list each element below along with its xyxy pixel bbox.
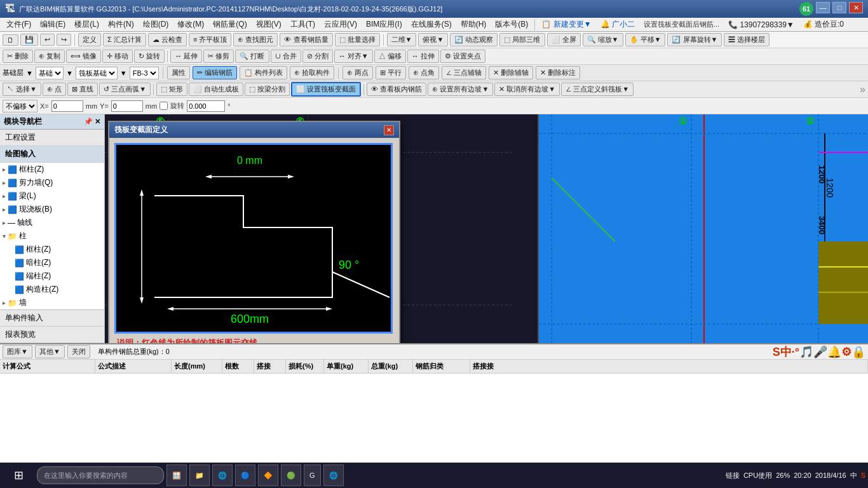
btn-component-list[interactable]: 📋 构件列表 — [240, 66, 287, 79]
btn-merge[interactable]: ∪ 合并 — [271, 50, 301, 63]
menu-version[interactable]: 版本号(B) — [491, 18, 532, 31]
taskbar-app-8[interactable]: 🌐 — [323, 464, 344, 486]
btn-split-beam[interactable]: ⬚ 按梁分割 — [245, 83, 290, 96]
btn-new[interactable]: 🗋 — [3, 34, 18, 46]
rotate-input[interactable] — [187, 100, 225, 112]
btn-close-panel[interactable]: 关闭 — [67, 345, 90, 358]
btn-cloud-check[interactable]: ☁ 云检查 — [148, 33, 187, 46]
btn-library[interactable]: 图库▼ — [3, 345, 32, 358]
btn-two-point[interactable]: ⊕ 两点 — [342, 66, 373, 79]
btn-del-aux[interactable]: ✕ 删除辅轴 — [489, 66, 533, 79]
tree-hidden-col[interactable]: 🟦暗柱(Z) — [0, 256, 104, 269]
btn-line-draw[interactable]: ⊠ 直线 — [67, 83, 98, 96]
btn-batch-select[interactable]: ⬚ 批量选择 — [335, 33, 380, 46]
menu-bim[interactable]: BIM应用(I) — [362, 18, 406, 31]
sidebar-section-project[interactable]: 工程设置 — [0, 130, 104, 146]
btn-point-angle[interactable]: ⊕ 点角 — [409, 66, 439, 79]
taskbar-app-2[interactable]: 📁 — [189, 464, 210, 486]
maximize-btn[interactable]: □ — [832, 2, 846, 13]
menu-view[interactable]: 视图(V) — [252, 18, 285, 31]
btn-trim[interactable]: ✂ 修剪 — [203, 50, 234, 63]
menu-phone[interactable]: 📞 13907298339▼ — [724, 19, 798, 30]
btn-properties[interactable]: 属性 — [167, 66, 190, 79]
btn-save[interactable]: 💾 — [20, 34, 38, 46]
btn-rotate[interactable]: ↻ 旋转 — [134, 50, 165, 63]
menu-guangxiao[interactable]: 🔔 广小二 — [597, 18, 639, 31]
tree-frame-col[interactable]: ▸🟦框柱(Z) — [0, 163, 104, 176]
menu-component[interactable]: 构件(N) — [104, 18, 138, 31]
sidebar-single-component[interactable]: 单构件输入 — [0, 310, 104, 327]
btn-select[interactable]: ↖ 选择▼ — [3, 83, 41, 96]
btn-define[interactable]: 定义 — [78, 33, 101, 46]
btn-split[interactable]: ⊘ 分割 — [302, 50, 333, 63]
btn-break[interactable]: 🔍 打断 — [235, 50, 269, 63]
btn-screen-rotate[interactable]: 🔄 屏幕旋转▼ — [667, 33, 722, 46]
btn-2d[interactable]: 二维▼ — [387, 33, 417, 46]
btn-parallel[interactable]: ⊞ 平行 — [376, 66, 406, 79]
sidebar-section-draw[interactable]: 绘图输入 — [0, 146, 104, 163]
taskbar-app-3[interactable]: 🌐 — [212, 464, 233, 486]
btn-stretch[interactable]: ↔ 拉伸 — [407, 50, 439, 63]
btn-zoom-out[interactable]: 🔍 缩放▼ — [583, 33, 623, 46]
canvas-area[interactable]: ⑤ ⑥ ① 筏板变截面定义 ✕ — [105, 114, 868, 343]
tree-frame-col2[interactable]: 🟦框柱(Z) — [0, 243, 104, 256]
tree-shear-wall[interactable]: ▸🟦剪力墙(Q) — [0, 176, 104, 189]
btn-mirror[interactable]: ⟺ 镜像 — [66, 50, 101, 63]
btn-birdview[interactable]: 俯视▼ — [418, 33, 448, 46]
menu-file[interactable]: 文件(F) — [3, 18, 35, 31]
btn-del-anno[interactable]: ✕ 删除标注 — [536, 66, 580, 79]
tree-cast-slab[interactable]: ▸🟦现浇板(B) — [0, 203, 104, 216]
modal-close-btn[interactable]: ✕ — [384, 125, 394, 135]
btn-align-top[interactable]: ≡ 齐平板顶 — [189, 33, 231, 46]
menu-edit[interactable]: 编辑(E) — [36, 18, 69, 31]
x-input[interactable] — [51, 100, 83, 112]
close-btn[interactable]: ✕ — [849, 2, 863, 13]
menu-modify[interactable]: 修改(M) — [173, 18, 208, 31]
taskbar-app-4[interactable]: 🔵 — [235, 464, 255, 486]
btn-extend[interactable]: ↔ 延伸 — [170, 50, 202, 63]
tree-axis[interactable]: ▸—轴线 — [0, 216, 104, 229]
taskbar-start-btn[interactable]: ⊞ — [3, 468, 34, 482]
menu-price[interactable]: 💰 造价豆:0 — [799, 18, 848, 31]
btn-set-all-edge[interactable]: ⊕ 设置所有边坡▼ — [428, 83, 493, 96]
menu-floor[interactable]: 楼层(L) — [71, 18, 103, 31]
tree-end-col[interactable]: 🟦端柱(Z) — [0, 269, 104, 283]
btn-three-aux[interactable]: ∠ 三点辅轴 — [442, 66, 486, 79]
breadcrumb-type-select[interactable]: 基础 — [36, 67, 64, 79]
btn-rect-draw[interactable]: ⬚ 矩形 — [156, 83, 187, 96]
offset-mode-select[interactable]: 不偏移 — [3, 100, 37, 112]
btn-edit-rebar[interactable]: ✏ 编辑钢筋 — [193, 66, 237, 79]
btn-cancel-all-edge[interactable]: ✕ 取消所有边坡▼ — [494, 83, 560, 96]
menu-online[interactable]: 在线服务(S) — [407, 18, 456, 31]
tree-wall-group[interactable]: ▸📁墙 — [0, 296, 104, 309]
rotate-checkbox[interactable] — [159, 102, 168, 110]
taskbar-app-7[interactable]: G — [304, 464, 321, 486]
menu-draw[interactable]: 绘图(D) — [139, 18, 173, 31]
sidebar-pin[interactable]: 📌 ✕ — [84, 118, 100, 126]
menu-rebar[interactable]: 钢筋量(Q) — [209, 18, 250, 31]
sidebar-report[interactable]: 报表预览 — [0, 327, 104, 343]
btn-set-grip[interactable]: ⚙ 设置夹点 — [440, 50, 485, 63]
btn-move[interactable]: ✛ 移动 — [102, 50, 133, 63]
btn-redo[interactable]: ↪ — [57, 34, 71, 46]
taskbar-app-6[interactable]: 🟢 — [281, 464, 301, 486]
btn-other[interactable]: 其他▼ — [35, 345, 65, 358]
btn-undo[interactable]: ↩ — [40, 34, 55, 46]
btn-offset[interactable]: △ 偏移 — [374, 50, 406, 63]
expand-arrow[interactable]: » — [860, 84, 865, 95]
minimize-btn[interactable]: — — [816, 2, 830, 13]
btn-view-rebar[interactable]: 👁 查看钢筋量 — [280, 33, 332, 46]
btn-view-inner-rebar[interactable]: 👁 查看板内钢筋 — [367, 83, 426, 96]
btn-find[interactable]: ⊕ 查找图元 — [233, 33, 278, 46]
taskbar-app-5[interactable]: 🔶 — [258, 464, 278, 486]
btn-three-slope[interactable]: ∠ 三点定义斜筏板▼ — [561, 83, 634, 96]
breadcrumb-subtype-select[interactable]: 筏板基础 — [76, 67, 118, 79]
menu-cloud[interactable]: 云应用(V) — [320, 18, 361, 31]
menu-help[interactable]: 帮助(H) — [457, 18, 491, 31]
btn-point-draw[interactable]: ⊕ 点 — [43, 83, 66, 96]
btn-pan[interactable]: ✋ 平移▼ — [625, 33, 666, 46]
taskbar-search-box[interactable]: 在这里输入你要搜索的内容 — [37, 466, 164, 484]
btn-delete[interactable]: ✂ 删除 — [3, 50, 33, 63]
btn-set-section[interactable]: ⬜ 设置筏板变截面 — [291, 82, 361, 97]
btn-select-layer[interactable]: ☰ 选择楼层 — [724, 33, 770, 46]
